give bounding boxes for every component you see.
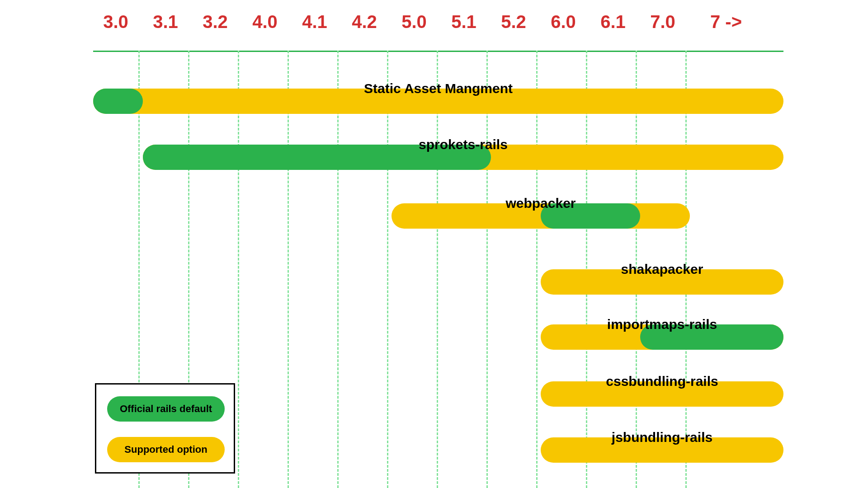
legend-supported-pill: Supported option [107,437,225,462]
legend-default-label: Official rails default [120,403,212,415]
timeline-bar-supported [541,437,783,463]
timeline-bar-supported [93,89,783,114]
timeline-bar-default [93,89,143,114]
timeline-bar-default [541,203,640,229]
legend-default-pill: Official rails default [107,396,225,422]
timeline-bar-default [640,324,783,350]
timeline-bar-default [143,145,491,170]
legend: Official rails default Supported option [95,383,235,474]
timeline-bar-supported [541,381,783,407]
chart-canvas: 3.03.13.24.04.14.25.05.15.26.06.17.07 ->… [0,0,868,488]
timeline-bar-supported [541,269,783,295]
legend-supported-label: Supported option [124,444,207,455]
